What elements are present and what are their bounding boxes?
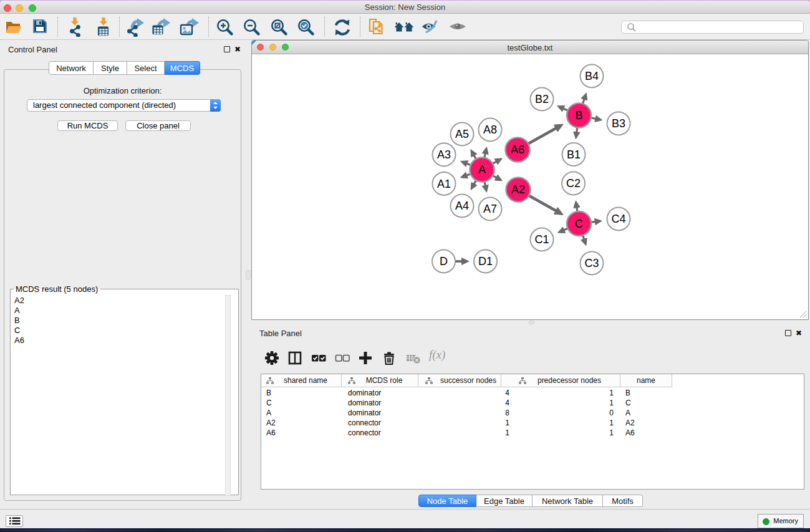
svg-text:B4: B4 — [585, 70, 599, 82]
svg-text:B2: B2 — [535, 93, 549, 105]
svg-text:A3: A3 — [437, 148, 451, 161]
svg-text:C2: C2 — [566, 177, 581, 190]
svg-text:C4: C4 — [611, 213, 625, 225]
svg-text:D: D — [440, 255, 448, 268]
svg-text:C1: C1 — [534, 233, 549, 246]
svg-text:C3: C3 — [584, 257, 599, 269]
svg-text:A4: A4 — [455, 200, 469, 212]
svg-text:A6: A6 — [511, 143, 524, 156]
svg-text:A: A — [478, 163, 486, 176]
svg-text:A5: A5 — [455, 128, 469, 140]
svg-text:B3: B3 — [612, 117, 625, 130]
svg-text:A2: A2 — [511, 183, 525, 196]
svg-text:A1: A1 — [437, 178, 451, 190]
svg-text:A8: A8 — [483, 123, 497, 136]
svg-text:B1: B1 — [567, 148, 581, 161]
svg-text:B: B — [575, 109, 582, 122]
svg-text:C: C — [575, 218, 583, 230]
svg-text:A7: A7 — [483, 203, 497, 215]
svg-text:D1: D1 — [478, 255, 493, 268]
